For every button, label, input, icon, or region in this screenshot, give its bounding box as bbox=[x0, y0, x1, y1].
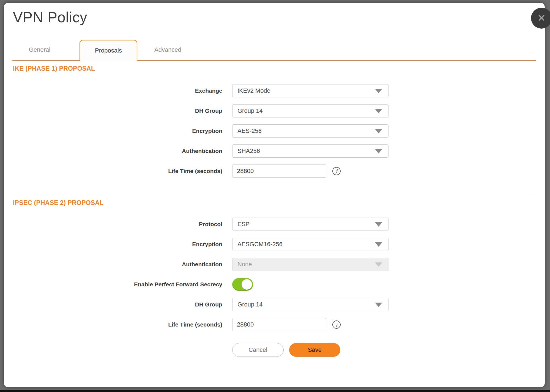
ipsec-encryption-select-value: AESGCM16-256 bbox=[237, 241, 283, 248]
info-icon-glyph: i bbox=[336, 168, 337, 174]
toggle-knob bbox=[242, 279, 252, 290]
authentication-label: Authentication bbox=[12, 148, 222, 154]
pfs-toggle-on[interactable] bbox=[232, 278, 253, 291]
authentication-select[interactable]: SHA256 bbox=[232, 144, 388, 158]
chevron-down-icon bbox=[375, 222, 382, 227]
form-row-ipsec-dh-group: DH Group Group 14 bbox=[12, 298, 388, 311]
ipsec-authentication-select-value: None bbox=[237, 261, 252, 268]
tab-proposals-label: Proposals bbox=[95, 47, 122, 54]
form-row-exchange: Exchange IKEv2 Mode bbox=[12, 84, 388, 97]
chevron-down-icon bbox=[375, 149, 382, 153]
tab-proposals[interactable]: Proposals bbox=[80, 40, 137, 61]
form-row-ipsec-encryption: Encryption AESGCM16-256 bbox=[12, 238, 388, 251]
ipsec-authentication-select-disabled: None bbox=[232, 258, 388, 271]
screen-bottom-edge bbox=[0, 390, 550, 392]
close-icon[interactable]: ✕ bbox=[531, 8, 550, 29]
ipsec-life-time-input[interactable] bbox=[232, 318, 326, 331]
info-icon-glyph: i bbox=[336, 322, 337, 328]
protocol-select-value: ESP bbox=[237, 221, 250, 228]
section-divider bbox=[12, 195, 536, 195]
encryption-select-value: AES-256 bbox=[237, 127, 262, 135]
protocol-label: Protocol bbox=[12, 221, 222, 227]
pfs-label: Enable Perfect Forward Secrecy bbox=[12, 281, 222, 288]
chevron-down-icon bbox=[375, 89, 382, 93]
form-row-ipsec-life-time: Life Time (seconds) i bbox=[12, 318, 388, 331]
exchange-label: Exchange bbox=[12, 87, 222, 94]
form-row-dh-group: DH Group Group 14 bbox=[12, 104, 388, 117]
section-heading-ike-phase1: IKE (PHASE 1) PROPOSAL bbox=[13, 65, 95, 72]
authentication-select-value: SHA256 bbox=[237, 147, 260, 155]
chevron-down-icon bbox=[375, 109, 382, 113]
save-button[interactable]: Save bbox=[289, 343, 340, 357]
life-time-input[interactable] bbox=[232, 165, 326, 178]
ipsec-dh-group-select[interactable]: Group 14 bbox=[232, 298, 388, 311]
ipsec-encryption-label: Encryption bbox=[12, 241, 222, 248]
protocol-select[interactable]: ESP bbox=[232, 218, 388, 231]
form-row-ipsec-authentication: Authentication None bbox=[12, 258, 388, 271]
dh-group-label: DH Group bbox=[12, 108, 222, 114]
cancel-button[interactable]: Cancel bbox=[232, 343, 284, 357]
dialog-footer: Cancel Save bbox=[232, 343, 340, 357]
life-time-label: Life Time (seconds) bbox=[12, 168, 222, 174]
section-heading-ipsec-phase2: IPSEC (PHASE 2) PROPOSAL bbox=[13, 199, 103, 207]
ipsec-dh-group-label: DH Group bbox=[12, 301, 222, 308]
chevron-down-icon bbox=[375, 129, 382, 133]
encryption-label: Encryption bbox=[12, 128, 222, 134]
ipsec-authentication-label: Authentication bbox=[12, 261, 222, 268]
form-row-pfs: Enable Perfect Forward Secrecy bbox=[12, 278, 388, 291]
ike-phase1-form: Exchange IKEv2 Mode DH Group Group 14 En… bbox=[12, 84, 388, 185]
chevron-down-icon bbox=[375, 262, 382, 267]
tab-advanced[interactable]: Advanced bbox=[140, 40, 195, 60]
ipsec-dh-group-select-value: Group 14 bbox=[237, 301, 263, 308]
form-row-authentication: Authentication SHA256 bbox=[12, 144, 388, 158]
form-row-encryption: Encryption AES-256 bbox=[12, 124, 388, 138]
info-icon[interactable]: i bbox=[332, 167, 341, 175]
chevron-down-icon bbox=[375, 303, 382, 307]
exchange-select-value: IKEv2 Mode bbox=[237, 87, 270, 94]
form-row-protocol: Protocol ESP bbox=[12, 218, 388, 231]
tab-general[interactable]: General bbox=[16, 40, 63, 60]
ipsec-encryption-select[interactable]: AESGCM16-256 bbox=[232, 238, 388, 251]
page-title: VPN Policy bbox=[13, 9, 87, 26]
ipsec-phase2-form: Protocol ESP Encryption AESGCM16-256 Aut… bbox=[12, 218, 388, 338]
tab-bar: General Proposals Advanced bbox=[12, 40, 536, 61]
dh-group-select-value: Group 14 bbox=[237, 107, 263, 114]
vpn-policy-dialog: VPN Policy General Proposals Advanced IK… bbox=[4, 3, 545, 387]
tab-general-label: General bbox=[29, 46, 50, 53]
info-icon[interactable]: i bbox=[332, 320, 341, 329]
tab-advanced-label: Advanced bbox=[154, 46, 181, 53]
chevron-down-icon bbox=[375, 242, 382, 247]
dh-group-select[interactable]: Group 14 bbox=[232, 104, 388, 117]
ipsec-life-time-label: Life Time (seconds) bbox=[12, 321, 222, 328]
encryption-select[interactable]: AES-256 bbox=[232, 124, 388, 138]
form-row-life-time: Life Time (seconds) i bbox=[12, 165, 388, 178]
exchange-select[interactable]: IKEv2 Mode bbox=[232, 84, 388, 97]
